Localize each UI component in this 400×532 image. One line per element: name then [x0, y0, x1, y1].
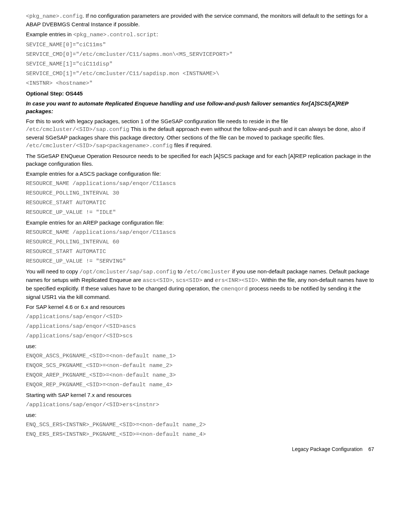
code-span: scs<SID> — [176, 277, 203, 284]
code-span: ascs<SID> — [143, 277, 173, 284]
code-span: /opt/cmcluster/sap/sap.config — [80, 269, 176, 275]
page-number: 67 — [368, 446, 374, 452]
code-line: /applications/sap/enqor/<SID> — [26, 313, 374, 321]
text: files if required. — [173, 142, 212, 148]
code-span: <pkg_name>.config — [26, 13, 83, 20]
code-span: /etc/cmcluster/<SID>/sap<packagename>.co… — [26, 143, 173, 149]
paragraph-arep-example: Example entries for an AREP package conf… — [26, 219, 374, 226]
text: Example entries in — [26, 31, 73, 37]
code-span: /etc/cmcluster — [184, 269, 230, 275]
code-span: cmenqord — [221, 286, 248, 292]
code-line: RESOURCE_UP_VALUE != "IDLE" — [26, 209, 374, 216]
code-line: SERVICE_CMD[1]="/etc/cmcluster/C11/sapdi… — [26, 70, 374, 78]
code-line: SEVICE_NAME[0]="ciC11ms" — [26, 41, 374, 49]
code-line: ENQ_ERS_ERS<INSTNR>_PKGNAME_<SID>=<non-d… — [26, 431, 374, 438]
code-line: RESOURCE_START AUTOMATIC — [26, 248, 374, 256]
code-line: <INSTNR> <hostname>" — [26, 80, 374, 87]
paragraph-use-2: use: — [26, 411, 374, 419]
paragraph-sap-kernel-46: For SAP kernel 4.6 or 6.x and resources — [26, 303, 374, 311]
code-line: ENQOR_ASCS_PKGNAME_<SID>=<non-default na… — [26, 352, 374, 360]
paragraph-use-1: use: — [26, 342, 374, 350]
text: to — [176, 268, 184, 275]
code-line: SERVICE_CMD[0]="/etc/cmcluster/C11/sapms… — [26, 51, 374, 58]
code-line: ENQOR_REP_PKGNAME_<SID>=<non-default nam… — [26, 381, 374, 389]
code-line: RESOURCE_POLLING_INTERVAL 30 — [26, 189, 374, 197]
text: , — [173, 277, 176, 283]
text: and — [203, 277, 215, 283]
text: You will need to copy — [26, 268, 80, 275]
text: For this to work with legacy packages, s… — [26, 118, 288, 124]
code-line: SEVICE_NAME[1]="ciC11disp" — [26, 60, 374, 68]
code-span: ers<INR><SID> — [215, 277, 258, 284]
paragraph-sap-kernel-7x: Starting with SAP kernel 7.x and resourc… — [26, 391, 374, 399]
text: : — [157, 31, 158, 37]
intro-paragraph-1: <pkg_name>.config. If no configuration p… — [26, 12, 374, 28]
intro-paragraph-2: Example entries in <pkg_name>.control.sc… — [26, 30, 374, 39]
code-line: RESOURCE_NAME /applications/sap/enqor/C1… — [26, 180, 374, 188]
code-line: /applications/sap/enqor/<SID>ascs — [26, 323, 374, 330]
heading-optional-step: Optional Step: OS445 — [26, 90, 374, 97]
code-line: RESOURCE_UP_VALUE != "SERVING" — [26, 257, 374, 265]
footer-label: Legacy Package Configuration — [292, 446, 363, 452]
code-line: ENQOR_SCS_PKGNAME_<SID>=<non-default nam… — [26, 362, 374, 370]
paragraph-ascs-example: Example entries for a ASCS package confi… — [26, 170, 374, 178]
paragraph-copy-config: You will need to copy /opt/cmcluster/sap… — [26, 267, 374, 301]
code-line: /applications/sap/enqor/<SID>scs — [26, 332, 374, 340]
page-footer: Legacy Package Configuration 67 — [26, 446, 374, 453]
code-line: RESOURCE_NAME /applications/sap/enqor/C1… — [26, 229, 374, 236]
code-span: <pkg_name>.control.script — [73, 32, 157, 38]
code-line: RESOURCE_START AUTOMATIC — [26, 199, 374, 207]
code-span: /etc/cmcluster/<SID>/sap.config — [26, 127, 129, 133]
code-line: RESOURCE_POLLING_INTERVAL 60 — [26, 238, 374, 246]
paragraph-enqueue-resource: The SGeSAP ENQueue Operation Resource ne… — [26, 152, 374, 168]
code-line: /applications/sap/enqor/<SID>ers<instnr> — [26, 401, 374, 409]
heading-automate-enqueue: In case you want to automate Replicated … — [26, 100, 374, 115]
code-line: ENQ_SCS_ERS<INSTNR>_PKGNAME_<SID>=<non-d… — [26, 421, 374, 429]
paragraph-legacy-packages: For this to work with legacy packages, s… — [26, 117, 374, 150]
code-line: ENQOR_AREP_PKGNAME_<SID>=<non-default na… — [26, 371, 374, 379]
